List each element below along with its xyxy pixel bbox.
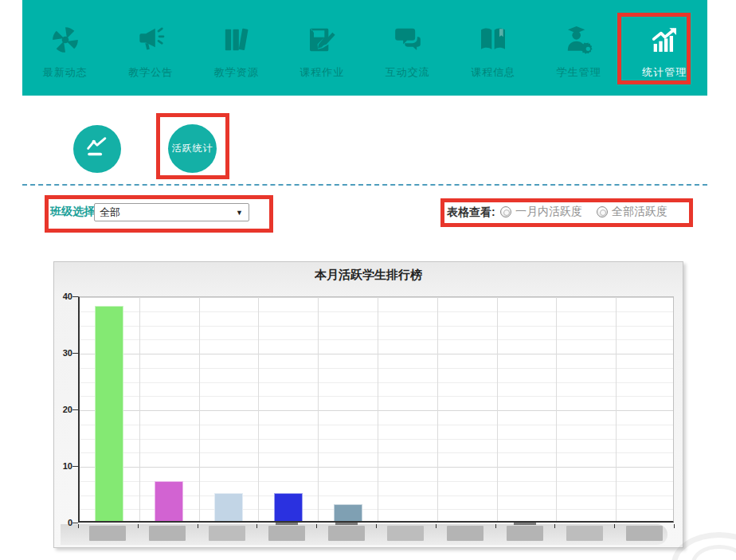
y-tick-label: 40 [55, 292, 72, 301]
gridline-h [80, 467, 673, 468]
nav-item-label: 教学资源 [214, 65, 259, 80]
gridline-h [80, 452, 673, 453]
x-tick-mark [316, 524, 317, 528]
y-tick-mark [72, 523, 78, 523]
dashed-divider [22, 184, 707, 186]
gridline-h [80, 368, 673, 369]
gridline-v [378, 297, 378, 521]
x-label-redacted [89, 526, 126, 541]
gridline-h [80, 439, 673, 440]
x-label-redacted [626, 526, 663, 541]
y-tick-mark [72, 353, 78, 354]
x-label-redacted [566, 526, 603, 541]
line-chart-icon [84, 134, 111, 164]
y-tick-label: 30 [55, 348, 72, 358]
radio-button-icon[interactable] [500, 206, 511, 217]
x-label-redacted [507, 526, 543, 541]
nav-item-label: 课程信息 [471, 65, 515, 80]
x-tick-mark [436, 524, 437, 528]
x-tick-mark [256, 524, 257, 528]
x-label-redacted [149, 526, 186, 541]
gridline-h [80, 297, 673, 298]
gridline-h [80, 354, 673, 354]
gridline-v [497, 297, 498, 521]
x-tick-mark [495, 524, 496, 528]
nav-item-5[interactable]: 互动交流 [365, 0, 451, 96]
bar-rank-3 [214, 493, 243, 522]
nav-item-label: 互动交流 [386, 65, 430, 80]
y-tick-label: 10 [55, 461, 72, 471]
gridline-v [199, 297, 200, 521]
nav-item-2[interactable]: 教学公告 [108, 0, 194, 96]
bar-rank-5 [334, 504, 362, 521]
y-tick-mark [72, 466, 78, 467]
gridline-v [258, 297, 259, 521]
class-select-dropdown[interactable]: 全部 ▼ [94, 203, 249, 221]
nav-item-3[interactable]: 教学资源 [194, 0, 280, 96]
chart-tab-button[interactable] [73, 125, 121, 173]
y-tick-mark [72, 409, 78, 410]
radio-option-1[interactable]: 一月内活跃度 [500, 205, 582, 219]
nav-item-1[interactable]: 最新动态 [22, 0, 108, 96]
stats-arrow-icon [648, 24, 680, 56]
active-stats-tab-label: 活跃统计 [172, 142, 213, 155]
nav-item-4[interactable]: 课程作业 [280, 0, 366, 96]
bar-rank-1 [95, 306, 123, 521]
gridline-h [80, 326, 673, 327]
gridline-v [556, 297, 557, 521]
chart-title: 本月活跃学生排行榜 [54, 268, 683, 283]
nav-item-6[interactable]: 课程信息 [451, 0, 537, 96]
x-label-redacted [268, 526, 305, 541]
nav-item-8[interactable]: 统计管理 [622, 0, 708, 96]
course-open-book-icon [477, 24, 509, 56]
chat-bubbles-icon [392, 24, 424, 56]
x-label-partial-text [335, 523, 358, 525]
y-tick-label: 20 [55, 405, 72, 414]
nav-item-label: 统计管理 [642, 65, 687, 80]
x-tick-mark [554, 524, 555, 528]
active-stats-tab-button[interactable]: 活跃统计 [168, 124, 217, 173]
gridline-v [437, 297, 438, 521]
dynamic-pinwheel-icon [49, 24, 81, 56]
x-tick-mark [78, 524, 79, 528]
x-tick-mark [376, 524, 377, 528]
gridline-v [318, 297, 319, 521]
x-tick-mark [674, 524, 675, 528]
table-view-label: 表格查看: [447, 206, 495, 220]
bar-rank-4 [274, 493, 303, 522]
gridline-h [80, 410, 673, 411]
gridline-v [139, 297, 140, 521]
student-gear-icon [563, 24, 595, 56]
y-tick-label: 0 [55, 518, 72, 527]
class-select-label: 班级选择: [50, 205, 99, 219]
x-label-redacted [447, 526, 483, 541]
bar-rank-2 [155, 481, 183, 521]
x-label-redacted [328, 526, 365, 541]
nav-item-label: 学生管理 [557, 65, 601, 80]
activity-chart: 本月活跃学生排行榜 010203040 [53, 261, 683, 548]
announcement-megaphone-icon [135, 24, 166, 56]
y-tick-mark [72, 296, 78, 297]
gridline-h [80, 396, 673, 397]
nav-item-label: 教学公告 [128, 65, 173, 80]
table-view-radio-group: 一月内活跃度全部活跃度 [500, 205, 667, 219]
nav-item-label: 最新动态 [43, 65, 88, 80]
top-nav: 最新动态教学公告教学资源课程作业互动交流课程信息学生管理统计管理 [22, 0, 707, 96]
gridline-h [80, 339, 673, 340]
nav-item-7[interactable]: 学生管理 [536, 0, 622, 96]
nav-item-label: 课程作业 [299, 65, 344, 80]
radio-option-label: 全部活跃度 [612, 205, 667, 219]
x-tick-mark [198, 524, 198, 528]
x-tick-mark [614, 524, 615, 528]
radio-button-icon[interactable] [597, 206, 608, 217]
gridline-h [80, 311, 673, 312]
gridline-h [80, 425, 673, 425]
resources-books-icon [221, 24, 253, 56]
x-label-redacted [209, 526, 245, 541]
plot-area [78, 296, 674, 523]
class-select-value: 全部 [100, 206, 120, 220]
x-tick-mark [138, 524, 139, 528]
gridline-h [80, 382, 673, 383]
radio-option-2[interactable]: 全部活跃度 [597, 205, 667, 219]
radio-option-label: 一月内活跃度 [515, 205, 582, 219]
